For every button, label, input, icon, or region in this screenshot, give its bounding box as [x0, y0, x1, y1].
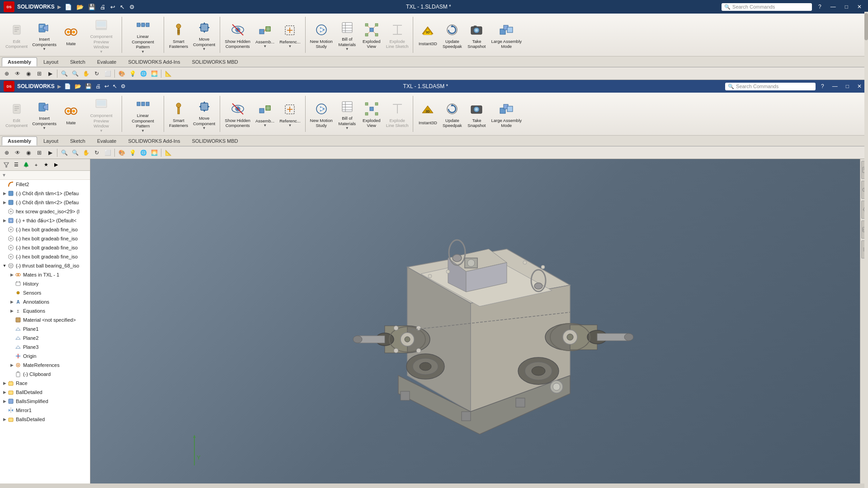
- insert-components-btn[interactable]: InsertComponents ▼: [30, 15, 58, 55]
- tree-materef[interactable]: ▶ MateReferences: [0, 361, 90, 370]
- open-icon[interactable]: 📂: [75, 3, 85, 11]
- display2-btn[interactable]: 🌐: [138, 69, 148, 79]
- tab-sketch-1[interactable]: Sketch: [65, 58, 91, 66]
- undo-icon[interactable]: ↩: [109, 3, 116, 11]
- hide-show-btn-2[interactable]: 👁: [13, 148, 23, 158]
- new-motion-study-btn[interactable]: New MotionStudy: [308, 15, 335, 55]
- tab-addins-1[interactable]: SOLIDWORKS Add-Ins: [123, 58, 185, 66]
- tree-list-icon[interactable]: ☰: [12, 160, 21, 169]
- tree-bolt3[interactable]: (-) hex bolt gradeab fine_iso: [0, 243, 90, 252]
- exploded-view-btn[interactable]: ExplodedView: [360, 15, 383, 55]
- tab-evaluate-1[interactable]: Evaluate: [92, 58, 122, 66]
- view-orientation-btn[interactable]: ⊕: [2, 69, 12, 79]
- show-hidden-btn[interactable]: Show HiddenComponents: [223, 15, 252, 55]
- help-btn[interactable]: ?: [816, 3, 824, 11]
- component-preview-btn[interactable]: ComponentPreview Window ▼: [84, 15, 119, 55]
- minimize-btn[interactable]: —: [828, 3, 839, 11]
- tree-mates[interactable]: ▶ Mates in TXL - 1: [0, 270, 90, 279]
- tree-ball-detailed[interactable]: ▶ BallDetailed: [0, 388, 90, 397]
- instant3d-btn-2[interactable]: 3D Instant3D: [416, 94, 439, 134]
- display-state-btn-2[interactable]: ◉: [24, 148, 33, 158]
- tab-sketch-2[interactable]: Sketch: [65, 137, 91, 145]
- zoom2-icon-2[interactable]: 🔍: [70, 148, 80, 158]
- tree-origin[interactable]: Origin: [0, 352, 90, 361]
- tree-star-icon[interactable]: ★: [42, 160, 51, 169]
- tree-material[interactable]: Material <not specified>: [0, 315, 90, 324]
- tree-equations[interactable]: ▶ Σ Equations: [0, 306, 90, 315]
- box-select-icon[interactable]: ⬜: [103, 69, 113, 79]
- tab-mbd-1[interactable]: SOLIDWORKS MBD: [186, 58, 243, 66]
- select-icon[interactable]: ↖: [119, 3, 126, 11]
- tree-arrow-icon[interactable]: ▶: [52, 160, 61, 169]
- tree-filter-icon[interactable]: [2, 160, 11, 169]
- speedpak-btn-2[interactable]: UpdateSpeedpak: [440, 94, 464, 134]
- appearance-btn[interactable]: 🎨: [117, 69, 127, 79]
- explode-line-btn-2[interactable]: ExplodeLine Sketch: [384, 94, 410, 134]
- new-icon[interactable]: 📄: [64, 3, 73, 11]
- display-btn[interactable]: 💡: [127, 69, 137, 79]
- print-icon[interactable]: 🖨: [99, 3, 107, 11]
- print2-icon[interactable]: 🖨: [95, 83, 101, 90]
- view-btn[interactable]: 📐: [163, 69, 173, 79]
- edit-component-btn[interactable]: EditComponent: [4, 15, 29, 55]
- smart-fasteners-btn[interactable]: SmartFasteners: [167, 15, 190, 55]
- undo2-icon[interactable]: ↩: [104, 83, 109, 90]
- instant3d-btn[interactable]: 3D Instant3D: [416, 15, 439, 55]
- minimize-btn-2[interactable]: —: [830, 82, 840, 90]
- show-hidden-btn-2[interactable]: Show HiddenComponents: [223, 94, 252, 134]
- tree-plane2[interactable]: Plane2: [0, 333, 90, 343]
- tree-clipboard[interactable]: (-) Clipboard: [0, 370, 90, 379]
- update-speedpak-btn[interactable]: UpdateSpeedpak: [440, 15, 464, 55]
- bom-btn[interactable]: Bill ofMaterials ▼: [335, 15, 359, 55]
- move-btn-2[interactable]: MoveComponent ▼: [191, 94, 217, 134]
- section-view-btn[interactable]: ⊞: [34, 69, 44, 79]
- smart-fast-btn-2[interactable]: SmartFasteners: [167, 94, 190, 134]
- linear-pattern-btn[interactable]: Linear Component Pattern ▼: [125, 15, 161, 55]
- tab-addins-2[interactable]: SOLIDWORKS Add-Ins: [123, 137, 185, 145]
- section-view-btn-2[interactable]: ⊞: [34, 148, 44, 158]
- maximize-btn-2[interactable]: □: [843, 82, 852, 90]
- mate-btn-2[interactable]: Mate: [59, 94, 83, 134]
- appearance-btn-2[interactable]: 🎨: [117, 148, 127, 158]
- view-orientation-btn-2[interactable]: ⊕: [2, 148, 12, 158]
- zoom2-icon[interactable]: 🔍: [70, 69, 80, 79]
- tree-fillet2[interactable]: Fillet2: [0, 180, 90, 189]
- open2-icon[interactable]: 📂: [74, 83, 82, 90]
- arrow-right-strip-2[interactable]: ▶: [45, 148, 55, 158]
- pan-icon[interactable]: ✋: [81, 69, 91, 79]
- tree-bolt4[interactable]: (-) hex bolt gradeab fine_iso: [0, 252, 90, 261]
- save2-icon[interactable]: 💾: [85, 83, 92, 90]
- mate-btn[interactable]: Mate: [59, 15, 83, 55]
- tree-history[interactable]: History: [0, 279, 90, 288]
- rotate-icon-2[interactable]: ↻: [92, 148, 102, 158]
- zoom-icon[interactable]: 🔍: [59, 69, 69, 79]
- 3d-viewport[interactable]: Y: [90, 159, 860, 483]
- view-btn-2[interactable]: 📐: [163, 148, 173, 158]
- tab-evaluate-2[interactable]: Evaluate: [92, 137, 122, 145]
- assemble-btn-2[interactable]: Assemb... ▼: [253, 94, 277, 134]
- options2-icon[interactable]: ⚙: [120, 83, 126, 90]
- tree-mirror1[interactable]: Mirror1: [0, 406, 90, 415]
- select2-icon[interactable]: ↖: [112, 83, 118, 90]
- save-icon[interactable]: 💾: [87, 3, 96, 11]
- tab-layout-1[interactable]: Layout: [38, 58, 64, 66]
- motion-btn-2[interactable]: New MotionStudy: [308, 94, 335, 134]
- tree-annotations[interactable]: ▶ A Annotations: [0, 297, 90, 306]
- new2-icon[interactable]: 📄: [64, 83, 71, 90]
- maximize-btn[interactable]: □: [842, 3, 851, 11]
- scene-btn[interactable]: 🌅: [149, 69, 159, 79]
- help-btn-2[interactable]: ?: [818, 82, 827, 90]
- move-component-btn[interactable]: MoveComponent ▼: [191, 15, 217, 55]
- zoom-icon-2[interactable]: 🔍: [59, 148, 69, 158]
- reference-btn[interactable]: Referenc... ▼: [278, 15, 302, 55]
- assemble-btn[interactable]: Assemb... ▼: [253, 15, 277, 55]
- tab-layout-2[interactable]: Layout: [38, 137, 64, 145]
- arrow-right-strip[interactable]: ▶: [45, 69, 55, 79]
- linear-pattern-btn-2[interactable]: Linear Component Pattern ▼: [125, 94, 161, 134]
- display-btn-2[interactable]: 💡: [127, 148, 137, 158]
- tree-thrust[interactable]: ▼ (-) thrust ball bearing_68_iso: [0, 261, 90, 270]
- tree-sensors[interactable]: Sensors: [0, 288, 90, 297]
- rotate-icon[interactable]: ↻: [92, 69, 102, 79]
- box-select-icon-2[interactable]: ⬜: [103, 148, 113, 158]
- toolbar-arrow[interactable]: ▶: [57, 4, 61, 10]
